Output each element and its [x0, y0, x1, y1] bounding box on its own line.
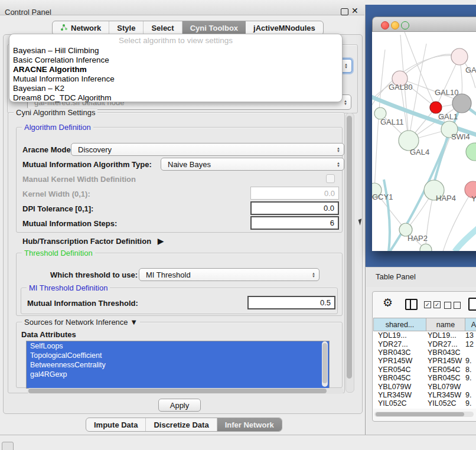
table-row[interactable]: YBR045CYBR045C9.	[373, 374, 476, 382]
settings-horizontal-scrollbar-thumb[interactable]	[28, 389, 327, 393]
dropdown-item-bayesian-k2[interactable]: Bayesian – K2	[13, 84, 64, 93]
node-label: Y	[471, 194, 476, 203]
table-row[interactable]: YPR145WYPR145W9.	[373, 357, 476, 365]
tab-cyni-toolbox[interactable]: Cyni Toolbox	[182, 21, 246, 35]
app-root: Control Panel ✕ Network Style Select Cyn…	[0, 0, 476, 450]
dropdown-item-aracne[interactable]: ARACNE Algorithm	[13, 65, 87, 74]
node-label: GAL	[465, 66, 476, 74]
float-window-icon[interactable]	[341, 8, 348, 15]
kernel-width-label: Kernel Width (0,1):	[22, 190, 90, 198]
node-bottom-partial[interactable]	[420, 244, 432, 251]
table-row[interactable]: YLR345WYLR345W9.	[373, 391, 476, 399]
tab-style[interactable]: Style	[109, 21, 144, 35]
bottom-left-button[interactable]	[2, 442, 14, 450]
node-label: GAL1	[438, 112, 458, 121]
settings-vertical-scrollbar-thumb[interactable]	[347, 116, 352, 379]
tab-network[interactable]: Network	[53, 21, 109, 35]
bottom-tabbar: Impute Data Discretize Data Infer Networ…	[86, 418, 282, 432]
node-label: GAL80	[389, 83, 412, 92]
deselect-all-checkboxes-icon[interactable]	[444, 302, 461, 309]
tab-jactivemnodules[interactable]: jActiveMNodules	[246, 21, 323, 35]
dropdown-item-bayesian-hill-climbing[interactable]: Bayesian – Hill Climbing	[13, 46, 99, 55]
column-header-partial[interactable]: A	[465, 318, 476, 331]
dpi-tolerance-field[interactable]: 0.0	[250, 201, 339, 215]
close-icon[interactable]: ✕	[351, 6, 358, 15]
list-item-betweennesscentrality[interactable]: BetweennessCentrality	[27, 360, 329, 370]
dropdown-item-basic-correlation[interactable]: Basic Correlation Inference	[13, 56, 109, 64]
control-panel-title: Control Panel	[5, 8, 51, 17]
document-icon[interactable]	[468, 298, 476, 311]
list-item-selfloops[interactable]: SelfLoops	[27, 341, 329, 351]
data-attributes-label: Data Attributes	[21, 330, 76, 339]
network-icon	[60, 24, 68, 33]
node-gal-top[interactable]	[451, 48, 468, 65]
settings-horizontal-scrollbar[interactable]	[27, 388, 344, 394]
dropdown-item-dream8[interactable]: Dream8 DC_TDC Algorithm	[13, 93, 112, 102]
list-item-gal4rgexp[interactable]: gal4RGexp	[27, 370, 329, 379]
minimize-traffic-light[interactable]	[391, 21, 399, 30]
apply-button[interactable]: Apply	[158, 399, 201, 412]
mi-threshold-field[interactable]: 0.5	[247, 296, 335, 309]
tab-discretize-data[interactable]: Discretize Data	[146, 418, 217, 431]
dpi-tolerance-label: DPI Tolerance [0,1]:	[22, 204, 93, 213]
dropdown-placeholder: Select algorithm to view settings	[9, 36, 342, 45]
which-threshold-combobox[interactable]: MI Threshold ▲▼	[139, 268, 319, 281]
collapse-down-icon[interactable]: ▼	[130, 318, 138, 327]
aracne-mode-label: Aracne Mode:	[22, 145, 73, 154]
table-row[interactable]: YER054CYER054C8.	[373, 366, 476, 374]
kernel-width-field[interactable]: 0.0	[250, 187, 339, 200]
mi-steps-field[interactable]: 6	[250, 216, 339, 230]
table-row[interactable]: YBL079WYBL079W	[373, 382, 476, 390]
node-label: GAL11	[380, 118, 404, 126]
node-label: GAL4	[410, 148, 429, 156]
tab-infer-network[interactable]: Infer Network	[217, 418, 282, 431]
mi-type-combobox[interactable]: Naive Bayes ▲▼	[161, 158, 344, 171]
list-item-topologicalcoefficient[interactable]: TopologicalCoefficient	[27, 351, 329, 360]
close-traffic-light[interactable]	[381, 21, 389, 30]
mi-type-label: Mutual Information Algorithm Type:	[22, 160, 152, 169]
node-swi4[interactable]	[466, 143, 476, 161]
data-attributes-list: SelfLoops TopologicalCoefficient Between…	[26, 341, 330, 389]
gear-icon[interactable]: ⚙	[383, 297, 393, 308]
table-row[interactable]: YDL19...YDL19...13	[373, 331, 476, 340]
node-label: GAL10	[435, 88, 458, 97]
control-panel-titlebar[interactable]	[0, 0, 364, 15]
column-header-name[interactable]: name	[426, 318, 465, 331]
bottom-divider	[0, 435, 476, 435]
node-label: HAP2	[407, 234, 428, 243]
settings-vertical-scrollbar[interactable]	[345, 113, 354, 393]
table-row[interactable]: YBR043CYBR043C	[373, 348, 476, 357]
table-body: YDL19...YDL19...13 YDR27...YDR27...12 YB…	[373, 331, 476, 409]
network-window-titlebar[interactable]	[372, 17, 476, 32]
network-canvas[interactable]: GAL GAL80 GAL10 GAL1 GAL11 SWI4 GAL4 GCY…	[372, 32, 476, 251]
stepper-arrows-icon: ▲▼	[344, 100, 347, 105]
manual-kernel-checkbox[interactable]	[326, 174, 335, 183]
stepper-arrows-icon: ▲▼	[344, 63, 348, 69]
node-label: GCY1	[372, 193, 393, 201]
table-row[interactable]: YDR27...YDR27...12	[373, 340, 476, 348]
table-row[interactable]: YIL052CYIL052C9.	[373, 399, 476, 407]
column-header-shared[interactable]: shared...	[373, 318, 426, 331]
hub-definition-toggle[interactable]: Hub/Transcription Factor Definition ▶	[22, 236, 164, 246]
attributes-scrollbar[interactable]	[322, 341, 328, 387]
node-red[interactable]	[430, 102, 442, 113]
network-window: GAL GAL80 GAL10 GAL1 GAL11 SWI4 GAL4 GCY…	[372, 17, 476, 251]
collapse-right-icon[interactable]: ▶	[158, 236, 164, 246]
select-all-checkboxes-icon[interactable]: ✓✓	[424, 301, 441, 308]
node-label: HAP4	[436, 194, 456, 203]
node-label: SWI4	[451, 132, 470, 141]
columns-icon[interactable]	[405, 299, 418, 310]
table-horizontal-scrollbar-thumb[interactable]	[376, 412, 464, 416]
table-horizontal-scrollbar[interactable]	[374, 412, 474, 417]
tab-select[interactable]: Select	[144, 21, 182, 35]
aracne-mode-combobox[interactable]: Discovery ▲▼	[71, 143, 344, 156]
tab-impute-data[interactable]: Impute Data	[86, 418, 146, 431]
algorithm-dropdown-list: Select algorithm to view settings Bayesi…	[9, 34, 343, 102]
table-panel-title: Table Panel	[376, 272, 416, 281]
network-graph	[372, 32, 476, 251]
zoom-traffic-light[interactable]	[401, 21, 409, 30]
dropdown-item-mutual-information[interactable]: Mutual Information Inference	[13, 74, 115, 83]
stepper-arrows-icon: ▲▼	[337, 162, 340, 167]
list-item-partial[interactable]	[27, 379, 329, 389]
attributes-scrollbar-thumb[interactable]	[322, 343, 327, 383]
